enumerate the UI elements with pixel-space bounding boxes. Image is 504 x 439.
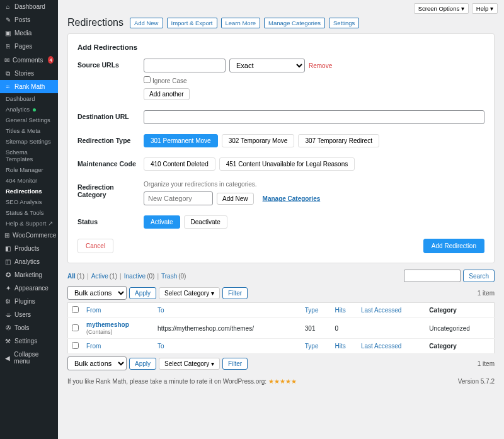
search-input[interactable]: [404, 270, 461, 282]
sidebar-item-settings[interactable]: ⚒Settings: [0, 334, 58, 348]
sidebar-item-products[interactable]: ◧Products: [0, 242, 58, 255]
col-from-foot[interactable]: From: [83, 339, 154, 354]
row-checkbox[interactable]: [72, 324, 79, 331]
posts-icon: ✎: [4, 16, 11, 23]
stories-icon: ⧉: [4, 70, 11, 77]
woo-icon: ⊞: [4, 232, 9, 239]
sidebar-item-posts[interactable]: ✎Posts: [0, 13, 58, 26]
filter-button-bottom[interactable]: Filter: [222, 358, 248, 370]
collapse-icon: ◀: [4, 355, 11, 362]
pill-settings[interactable]: Settings: [329, 18, 359, 28]
col-hits-foot[interactable]: Hits: [331, 339, 357, 354]
col-to-foot[interactable]: To: [154, 339, 301, 354]
pill-import-export[interactable]: Import & Export: [167, 18, 217, 28]
add-redirection-button[interactable]: Add Redirection: [423, 239, 484, 253]
sidebar-item-appearance[interactable]: ✦Appearance: [0, 282, 58, 295]
redirections-table: From To Type Hits Last Accessed Category…: [67, 302, 495, 354]
add-another-button[interactable]: Add another: [144, 88, 190, 100]
select-all-bottom[interactable]: [72, 342, 79, 349]
sidebar-item-wcanalytics[interactable]: ◫Analytics: [0, 255, 58, 268]
col-last[interactable]: Last Accessed: [357, 303, 425, 318]
select-all-top[interactable]: [72, 306, 79, 313]
sub-analytics[interactable]: Analytics: [0, 104, 58, 115]
row-hits: 0: [331, 318, 357, 339]
sub-404[interactable]: 404 Monitor: [0, 175, 58, 186]
filter-active[interactable]: Active: [91, 273, 108, 280]
collapse-menu[interactable]: ◀Collapse menu: [0, 348, 58, 368]
col-to[interactable]: To: [154, 303, 301, 318]
filter-trash[interactable]: Trash: [161, 273, 177, 280]
pill-learn-more[interactable]: Learn More: [221, 18, 261, 28]
sidebar-item-media[interactable]: ▣Media: [0, 26, 58, 40]
search-button[interactable]: Search: [463, 270, 495, 282]
apply-bulk-bottom[interactable]: Apply: [129, 358, 156, 370]
row-from-contains: (Contains): [86, 329, 113, 335]
sub-sitemap[interactable]: Sitemap Settings: [0, 136, 58, 147]
col-last-foot[interactable]: Last Accessed: [357, 339, 425, 354]
users-icon: ⌯: [4, 311, 11, 318]
activate-button[interactable]: Activate: [144, 215, 180, 229]
row-from-link[interactable]: mythemeshop: [86, 321, 129, 328]
add-category-button[interactable]: Add New: [217, 193, 254, 205]
items-count-top: 1 item: [478, 290, 495, 297]
col-from[interactable]: From: [83, 303, 154, 318]
sub-general[interactable]: General Settings: [0, 115, 58, 125]
sub-redirections[interactable]: Redirections: [0, 186, 58, 197]
cancel-button[interactable]: Cancel: [77, 239, 113, 253]
col-type-foot[interactable]: Type: [301, 339, 331, 354]
select-category-bottom[interactable]: Select Category ▾: [159, 358, 220, 370]
bulk-actions-select-bottom[interactable]: Bulk actions: [67, 356, 127, 370]
sidebar-item-tools[interactable]: ✇Tools: [0, 321, 58, 334]
filter-all[interactable]: All: [67, 273, 76, 280]
topbar: Screen Options ▾ Help ▾: [58, 0, 504, 17]
sub-titles[interactable]: Titles & Meta: [0, 125, 58, 136]
row-type: 301: [301, 318, 331, 339]
sidebar-item-comments[interactable]: ✉Comments4: [0, 53, 58, 67]
deactivate-button[interactable]: Deactivate: [184, 215, 227, 229]
sidebar-item-dashboard[interactable]: ⌂Dashboard: [0, 0, 58, 13]
pill-manage-categories[interactable]: Manage Categories: [264, 18, 325, 28]
pill-add-new[interactable]: Add New: [130, 18, 163, 28]
ignore-case-checkbox[interactable]: [144, 76, 151, 83]
apply-bulk-top[interactable]: Apply: [129, 287, 156, 299]
select-category-top[interactable]: Select Category ▾: [159, 287, 220, 299]
bulk-actions-select-top[interactable]: Bulk actions: [67, 286, 127, 300]
media-icon: ▣: [4, 30, 11, 37]
sidebar-item-plugins[interactable]: ⚙Plugins: [0, 295, 58, 308]
sidebar-item-rankmath[interactable]: ≈Rank Math: [0, 80, 58, 93]
admin-sidebar: ⌂Dashboard ✎Posts ▣Media ⎘Pages ✉Comment…: [0, 0, 58, 439]
remove-source-link[interactable]: Remove: [309, 62, 332, 69]
filter-inactive[interactable]: Inactive: [124, 273, 146, 280]
sidebar-item-users[interactable]: ⌯Users: [0, 308, 58, 321]
type-307-button[interactable]: 307 Temporary Redirect: [298, 134, 379, 147]
match-type-select[interactable]: Exact: [229, 59, 305, 72]
col-type[interactable]: Type: [301, 303, 331, 318]
sidebar-item-pages[interactable]: ⎘Pages: [0, 40, 58, 53]
add-redirection-card: Add Redirections Source URLs Exact Remov…: [67, 33, 495, 263]
sidebar-item-woocommerce[interactable]: ⊞WooCommerce: [0, 229, 58, 242]
manage-categories-link[interactable]: Manage Categories: [263, 195, 321, 202]
sub-schema[interactable]: Schema Templates: [0, 147, 58, 164]
help-button[interactable]: Help ▾: [472, 3, 498, 14]
sub-dashboard[interactable]: Dashboard: [0, 93, 58, 104]
destination-url-input[interactable]: [144, 110, 484, 124]
screen-options-button[interactable]: Screen Options ▾: [414, 3, 469, 14]
page-title: Redirections: [67, 17, 123, 28]
redirection-category-label: Redirection Category: [77, 181, 144, 198]
sub-status[interactable]: Status & Tools: [0, 207, 58, 218]
new-category-input[interactable]: [144, 191, 213, 205]
source-url-input[interactable]: [144, 59, 226, 72]
maint-410-button[interactable]: 410 Content Deleted: [144, 157, 215, 171]
main-content: Screen Options ▾ Help ▾ Redirections Add…: [58, 0, 504, 439]
rating-stars[interactable]: ★★★★★: [268, 378, 297, 385]
sub-role[interactable]: Role Manager: [0, 164, 58, 175]
filter-button-top[interactable]: Filter: [222, 287, 248, 299]
type-302-button[interactable]: 302 Temporary Move: [222, 134, 295, 147]
sidebar-item-stories[interactable]: ⧉Stories: [0, 67, 58, 80]
maint-451-button[interactable]: 451 Content Unavailable for Legal Reason…: [219, 157, 355, 171]
sub-seo-analysis[interactable]: SEO Analysis: [0, 197, 58, 207]
type-301-button[interactable]: 301 Permanent Move: [144, 134, 218, 147]
col-hits[interactable]: Hits: [331, 303, 357, 318]
sidebar-item-marketing[interactable]: ✪Marketing: [0, 268, 58, 282]
sub-help[interactable]: Help & Support ↗: [0, 218, 58, 229]
